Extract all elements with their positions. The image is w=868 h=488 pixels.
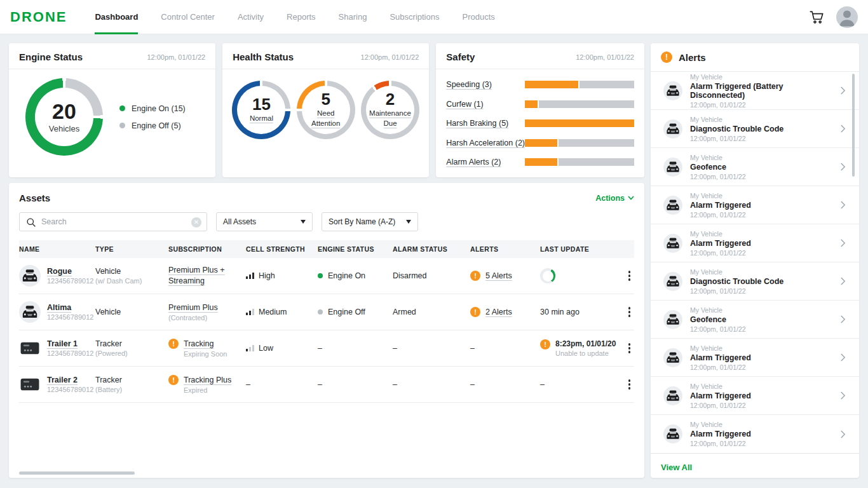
nav-item-products[interactable]: Products xyxy=(462,0,494,34)
safety-label-speeding[interactable]: Speeding (3) xyxy=(446,80,492,89)
nav-item-subscriptions[interactable]: Subscriptions xyxy=(390,0,439,34)
alerts-title: Alerts xyxy=(679,52,706,63)
nav-item-control-center[interactable]: Control Center xyxy=(161,0,215,34)
nav-item-reports[interactable]: Reports xyxy=(287,0,316,34)
safety-label-harsh-braking[interactable]: Harsh Braking (5) xyxy=(446,119,508,128)
asset-id: 123456789012 xyxy=(47,277,93,285)
col-engine-status: ENGINE STATUS xyxy=(318,245,393,253)
actions-menu-button[interactable]: Actions xyxy=(595,194,634,203)
curfew-bar xyxy=(525,100,634,108)
alerts-link[interactable]: 2 Alerts xyxy=(485,308,512,316)
asset-name-link[interactable]: Altima xyxy=(47,303,93,312)
vehicle-thumbnail xyxy=(663,196,682,215)
safety-label-curfew[interactable]: Curfew (1) xyxy=(446,100,483,109)
asset-filter-select[interactable]: All Assets xyxy=(216,212,313,231)
subscription-link[interactable]: Premium Plus + Streaming xyxy=(168,265,229,287)
engine-status-card: Engine Status 12:00pm, 01/01/22 20 Vehic… xyxy=(9,43,215,177)
warning-icon: ! xyxy=(168,339,179,349)
table-row-trailer-1: Trailer 1 123456789012 Tracker (Powered)… xyxy=(19,330,634,367)
nav-item-activity[interactable]: Activity xyxy=(238,0,264,34)
col-subscription: SUBSCRIPTION xyxy=(168,245,246,253)
safety-label-harsh-acceleration[interactable]: Harsh Acceleration (2) xyxy=(446,139,525,147)
need-attention-label[interactable]: Need Attention xyxy=(303,109,349,128)
chevron-right-icon xyxy=(840,276,846,286)
alarm-status-value: – xyxy=(393,380,470,389)
engine-on-dot xyxy=(119,105,125,111)
alert-item[interactable]: My Vehicle Alarm Triggered 12:00pm, 01/0… xyxy=(651,186,859,224)
normal-count: 15 xyxy=(252,96,271,112)
row-menu-button[interactable] xyxy=(625,268,635,283)
subscription-link[interactable]: Tracking Plus xyxy=(184,375,231,386)
engine-legend: Engine On (15) Engine Off (5) xyxy=(119,96,186,139)
row-menu-button[interactable] xyxy=(625,377,635,392)
horizontal-scrollbar[interactable] xyxy=(19,471,135,475)
alert-item[interactable]: My Vehicle Alarm Triggered 12:00pm, 01/0… xyxy=(651,224,859,262)
subscription-link[interactable]: Tracking xyxy=(184,339,227,349)
alerts-panel: ! Alerts My Vehicle Alarm Triggered (Bat… xyxy=(651,43,859,478)
asset-id: 123456789012 xyxy=(47,386,93,393)
sort-select[interactable]: Sort By Name (A-Z) xyxy=(322,212,418,231)
row-menu-button[interactable] xyxy=(625,304,635,320)
alerts-link[interactable]: 5 Alerts xyxy=(485,271,512,280)
brand-logo: DRONE xyxy=(10,9,67,25)
alarm-status-value: Disarmed xyxy=(393,271,470,280)
chevron-right-icon xyxy=(840,315,846,324)
col-cell-strength: CELL STRENGTH xyxy=(246,245,318,253)
vehicle-thumbnail xyxy=(663,386,682,405)
safety-label-alarm-alerts[interactable]: Alarm Alerts (2) xyxy=(446,158,501,166)
safety-timestamp: 12:00pm, 01/01/22 xyxy=(576,53,634,61)
warning-icon: ! xyxy=(168,375,179,385)
search-input[interactable] xyxy=(20,213,207,231)
main-nav: Dashboard Control Center Activity Report… xyxy=(95,0,517,34)
vehicle-thumbnail xyxy=(663,119,682,139)
clear-search-icon[interactable]: ✕ xyxy=(191,217,201,227)
table-row-trailer-2: Trailer 2 123456789012 Tracker (Battery)… xyxy=(19,367,634,403)
asset-name-link[interactable]: Trailer 2 xyxy=(47,376,93,384)
alert-item[interactable]: My Vehicle Diagnostic Trouble Code 12:00… xyxy=(651,262,859,301)
signal-strength-icon xyxy=(246,273,254,279)
search-icon xyxy=(26,217,36,227)
row-menu-button[interactable] xyxy=(625,341,635,356)
col-last-update: LAST UPDATE xyxy=(540,245,621,253)
harsh-braking-bar xyxy=(525,119,634,127)
subscription-link[interactable]: Premium Plus xyxy=(168,302,218,313)
vehicle-thumbnail xyxy=(663,272,682,291)
cell-strength-value: Medium xyxy=(259,308,287,316)
vehicle-thumbnail xyxy=(663,81,682,100)
alert-item[interactable]: My Vehicle Alarm Triggered (Battery Disc… xyxy=(651,72,859,110)
last-update-note: Unable to update xyxy=(555,349,616,357)
engine-status-value: – xyxy=(318,380,393,389)
asset-name-link[interactable]: Rogue xyxy=(47,267,93,276)
asset-name-link[interactable]: Trailer 1 xyxy=(47,339,93,348)
assets-table: NAME TYPE SUBSCRIPTION CELL STRENGTH ENG… xyxy=(19,240,634,403)
normal-label[interactable]: Normal xyxy=(250,114,273,124)
chevron-right-icon xyxy=(840,200,846,210)
vehicle-thumbnail xyxy=(663,234,682,253)
asset-type: Tracker xyxy=(95,339,168,348)
chevron-right-icon xyxy=(840,124,846,133)
alert-item[interactable]: My Vehicle Alarm Triggered 12:00pm, 01/0… xyxy=(651,415,859,453)
nav-item-sharing[interactable]: Sharing xyxy=(339,0,367,34)
alarm-status-value: – xyxy=(393,344,470,353)
alert-item[interactable]: My Vehicle Geofence 12:00pm, 01/01/22 xyxy=(651,301,859,339)
vertical-scrollbar[interactable] xyxy=(852,74,855,177)
tracker-thumbnail xyxy=(19,337,41,359)
vehicle-thumbnail xyxy=(19,301,41,323)
alerts-icon: ! xyxy=(661,51,672,63)
caret-down-icon xyxy=(406,220,411,224)
vehicle-count: 20 xyxy=(52,100,76,122)
cart-icon[interactable] xyxy=(808,9,825,25)
need-attention-count: 5 xyxy=(321,91,330,107)
alarm-alerts-bar xyxy=(525,158,634,166)
table-row-altima: Altima 123456789012 Vehicle Premium Plus… xyxy=(19,294,634,330)
asset-type: Tracker xyxy=(95,376,168,384)
user-avatar[interactable] xyxy=(836,6,858,28)
maintenance-due-label[interactable]: Maintenance Due xyxy=(367,109,413,128)
alert-item[interactable]: My Vehicle Alarm Triggered 12:00pm, 01/0… xyxy=(651,339,859,377)
view-all-link[interactable]: View All xyxy=(661,463,692,472)
speeding-bar xyxy=(525,81,634,88)
alert-item[interactable]: My Vehicle Diagnostic Trouble Code 12:00… xyxy=(651,110,859,148)
alert-item[interactable]: My Vehicle Alarm Triggered 12:00pm, 01/0… xyxy=(651,377,859,415)
nav-item-dashboard[interactable]: Dashboard xyxy=(95,0,138,34)
alert-item[interactable]: My Vehicle Geofence 12:00pm, 01/01/22 xyxy=(651,148,859,186)
